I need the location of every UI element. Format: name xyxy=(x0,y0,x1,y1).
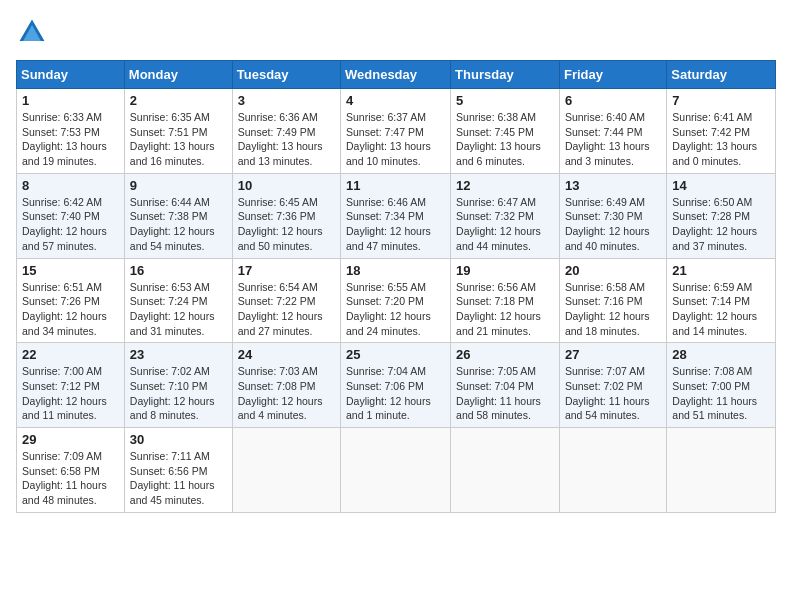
calendar-cell: 1Sunrise: 6:33 AMSunset: 7:53 PMDaylight… xyxy=(17,89,125,174)
calendar-header-row: SundayMondayTuesdayWednesdayThursdayFrid… xyxy=(17,61,776,89)
day-number: 29 xyxy=(22,432,119,447)
calendar-cell: 11Sunrise: 6:46 AMSunset: 7:34 PMDayligh… xyxy=(341,173,451,258)
col-header-wednesday: Wednesday xyxy=(341,61,451,89)
calendar-cell xyxy=(559,428,666,513)
col-header-friday: Friday xyxy=(559,61,666,89)
calendar-cell: 24Sunrise: 7:03 AMSunset: 7:08 PMDayligh… xyxy=(232,343,340,428)
calendar-cell: 10Sunrise: 6:45 AMSunset: 7:36 PMDayligh… xyxy=(232,173,340,258)
calendar-cell: 7Sunrise: 6:41 AMSunset: 7:42 PMDaylight… xyxy=(667,89,776,174)
calendar-cell: 27Sunrise: 7:07 AMSunset: 7:02 PMDayligh… xyxy=(559,343,666,428)
day-info: Sunrise: 7:07 AMSunset: 7:02 PMDaylight:… xyxy=(565,364,661,423)
day-info: Sunrise: 6:56 AMSunset: 7:18 PMDaylight:… xyxy=(456,280,554,339)
day-info: Sunrise: 7:02 AMSunset: 7:10 PMDaylight:… xyxy=(130,364,227,423)
calendar-cell: 26Sunrise: 7:05 AMSunset: 7:04 PMDayligh… xyxy=(451,343,560,428)
day-info: Sunrise: 6:38 AMSunset: 7:45 PMDaylight:… xyxy=(456,110,554,169)
day-number: 4 xyxy=(346,93,445,108)
day-number: 7 xyxy=(672,93,770,108)
day-info: Sunrise: 6:53 AMSunset: 7:24 PMDaylight:… xyxy=(130,280,227,339)
calendar-cell: 12Sunrise: 6:47 AMSunset: 7:32 PMDayligh… xyxy=(451,173,560,258)
calendar-cell: 5Sunrise: 6:38 AMSunset: 7:45 PMDaylight… xyxy=(451,89,560,174)
day-number: 16 xyxy=(130,263,227,278)
day-info: Sunrise: 6:47 AMSunset: 7:32 PMDaylight:… xyxy=(456,195,554,254)
calendar-cell: 14Sunrise: 6:50 AMSunset: 7:28 PMDayligh… xyxy=(667,173,776,258)
day-number: 23 xyxy=(130,347,227,362)
page-header xyxy=(16,16,776,48)
calendar-cell: 21Sunrise: 6:59 AMSunset: 7:14 PMDayligh… xyxy=(667,258,776,343)
calendar-cell: 2Sunrise: 6:35 AMSunset: 7:51 PMDaylight… xyxy=(124,89,232,174)
day-number: 30 xyxy=(130,432,227,447)
calendar-cell: 15Sunrise: 6:51 AMSunset: 7:26 PMDayligh… xyxy=(17,258,125,343)
day-number: 15 xyxy=(22,263,119,278)
calendar-cell: 23Sunrise: 7:02 AMSunset: 7:10 PMDayligh… xyxy=(124,343,232,428)
day-number: 24 xyxy=(238,347,335,362)
day-info: Sunrise: 6:49 AMSunset: 7:30 PMDaylight:… xyxy=(565,195,661,254)
calendar-cell xyxy=(232,428,340,513)
calendar-cell: 6Sunrise: 6:40 AMSunset: 7:44 PMDaylight… xyxy=(559,89,666,174)
day-info: Sunrise: 6:45 AMSunset: 7:36 PMDaylight:… xyxy=(238,195,335,254)
day-info: Sunrise: 7:04 AMSunset: 7:06 PMDaylight:… xyxy=(346,364,445,423)
day-number: 10 xyxy=(238,178,335,193)
day-number: 21 xyxy=(672,263,770,278)
week-row-1: 1Sunrise: 6:33 AMSunset: 7:53 PMDaylight… xyxy=(17,89,776,174)
calendar-table: SundayMondayTuesdayWednesdayThursdayFrid… xyxy=(16,60,776,513)
calendar-body: 1Sunrise: 6:33 AMSunset: 7:53 PMDaylight… xyxy=(17,89,776,513)
day-number: 6 xyxy=(565,93,661,108)
day-number: 2 xyxy=(130,93,227,108)
day-number: 18 xyxy=(346,263,445,278)
day-info: Sunrise: 6:40 AMSunset: 7:44 PMDaylight:… xyxy=(565,110,661,169)
day-number: 25 xyxy=(346,347,445,362)
day-number: 8 xyxy=(22,178,119,193)
calendar-cell xyxy=(667,428,776,513)
week-row-4: 22Sunrise: 7:00 AMSunset: 7:12 PMDayligh… xyxy=(17,343,776,428)
day-info: Sunrise: 6:54 AMSunset: 7:22 PMDaylight:… xyxy=(238,280,335,339)
calendar-cell xyxy=(341,428,451,513)
week-row-5: 29Sunrise: 7:09 AMSunset: 6:58 PMDayligh… xyxy=(17,428,776,513)
day-info: Sunrise: 6:36 AMSunset: 7:49 PMDaylight:… xyxy=(238,110,335,169)
day-info: Sunrise: 6:44 AMSunset: 7:38 PMDaylight:… xyxy=(130,195,227,254)
day-info: Sunrise: 6:42 AMSunset: 7:40 PMDaylight:… xyxy=(22,195,119,254)
day-number: 3 xyxy=(238,93,335,108)
col-header-monday: Monday xyxy=(124,61,232,89)
col-header-thursday: Thursday xyxy=(451,61,560,89)
day-number: 27 xyxy=(565,347,661,362)
logo xyxy=(16,16,52,48)
day-number: 12 xyxy=(456,178,554,193)
calendar-cell: 16Sunrise: 6:53 AMSunset: 7:24 PMDayligh… xyxy=(124,258,232,343)
day-info: Sunrise: 6:58 AMSunset: 7:16 PMDaylight:… xyxy=(565,280,661,339)
calendar-cell: 28Sunrise: 7:08 AMSunset: 7:00 PMDayligh… xyxy=(667,343,776,428)
calendar-cell: 3Sunrise: 6:36 AMSunset: 7:49 PMDaylight… xyxy=(232,89,340,174)
week-row-2: 8Sunrise: 6:42 AMSunset: 7:40 PMDaylight… xyxy=(17,173,776,258)
calendar-cell: 22Sunrise: 7:00 AMSunset: 7:12 PMDayligh… xyxy=(17,343,125,428)
day-info: Sunrise: 7:00 AMSunset: 7:12 PMDaylight:… xyxy=(22,364,119,423)
day-info: Sunrise: 7:09 AMSunset: 6:58 PMDaylight:… xyxy=(22,449,119,508)
day-number: 20 xyxy=(565,263,661,278)
calendar-cell: 4Sunrise: 6:37 AMSunset: 7:47 PMDaylight… xyxy=(341,89,451,174)
day-number: 26 xyxy=(456,347,554,362)
calendar-cell: 29Sunrise: 7:09 AMSunset: 6:58 PMDayligh… xyxy=(17,428,125,513)
day-number: 22 xyxy=(22,347,119,362)
calendar-cell: 20Sunrise: 6:58 AMSunset: 7:16 PMDayligh… xyxy=(559,258,666,343)
col-header-sunday: Sunday xyxy=(17,61,125,89)
calendar-cell: 17Sunrise: 6:54 AMSunset: 7:22 PMDayligh… xyxy=(232,258,340,343)
calendar-cell: 25Sunrise: 7:04 AMSunset: 7:06 PMDayligh… xyxy=(341,343,451,428)
day-info: Sunrise: 7:08 AMSunset: 7:00 PMDaylight:… xyxy=(672,364,770,423)
calendar-cell xyxy=(451,428,560,513)
day-number: 13 xyxy=(565,178,661,193)
calendar-cell: 8Sunrise: 6:42 AMSunset: 7:40 PMDaylight… xyxy=(17,173,125,258)
day-info: Sunrise: 6:41 AMSunset: 7:42 PMDaylight:… xyxy=(672,110,770,169)
calendar-cell: 18Sunrise: 6:55 AMSunset: 7:20 PMDayligh… xyxy=(341,258,451,343)
week-row-3: 15Sunrise: 6:51 AMSunset: 7:26 PMDayligh… xyxy=(17,258,776,343)
day-number: 9 xyxy=(130,178,227,193)
day-info: Sunrise: 6:46 AMSunset: 7:34 PMDaylight:… xyxy=(346,195,445,254)
day-info: Sunrise: 6:33 AMSunset: 7:53 PMDaylight:… xyxy=(22,110,119,169)
day-info: Sunrise: 6:59 AMSunset: 7:14 PMDaylight:… xyxy=(672,280,770,339)
day-info: Sunrise: 6:51 AMSunset: 7:26 PMDaylight:… xyxy=(22,280,119,339)
day-number: 14 xyxy=(672,178,770,193)
calendar-cell: 13Sunrise: 6:49 AMSunset: 7:30 PMDayligh… xyxy=(559,173,666,258)
day-number: 28 xyxy=(672,347,770,362)
day-number: 11 xyxy=(346,178,445,193)
day-info: Sunrise: 6:37 AMSunset: 7:47 PMDaylight:… xyxy=(346,110,445,169)
calendar-cell: 30Sunrise: 7:11 AMSunset: 6:56 PMDayligh… xyxy=(124,428,232,513)
day-info: Sunrise: 7:03 AMSunset: 7:08 PMDaylight:… xyxy=(238,364,335,423)
col-header-tuesday: Tuesday xyxy=(232,61,340,89)
